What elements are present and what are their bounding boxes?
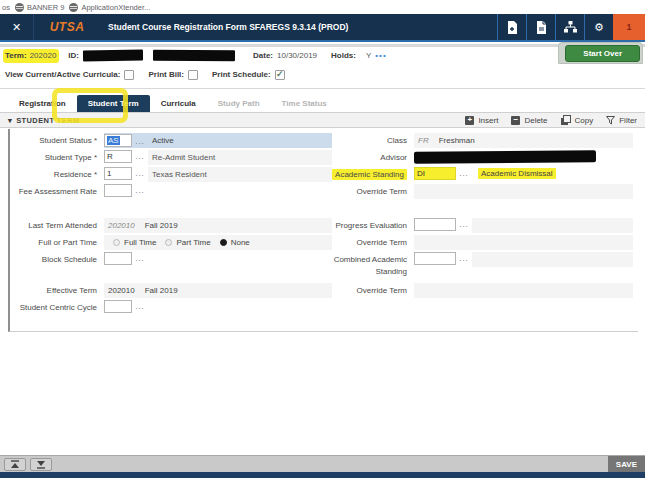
close-icon: ✕ [12, 21, 21, 34]
bookmark-banner9-label: BANNER 9 [27, 3, 65, 12]
copy-button[interactable]: Copy [561, 115, 594, 125]
delete-button[interactable]: − Delete [511, 116, 547, 125]
student-status-desc: Active [148, 136, 174, 145]
save-button[interactable]: SAVE [608, 456, 645, 473]
student-term-form: Student Status * AS ... Active Student T… [8, 129, 638, 332]
student-centric-cycle-input[interactable] [104, 300, 132, 313]
block-schedule-label: Block Schedule [10, 252, 104, 266]
override-term-row-3: Override Term [332, 282, 638, 299]
section-title-wrap[interactable]: ▾ STUDENT TERM [8, 116, 80, 125]
radio-part-time[interactable]: Part Time [165, 238, 210, 247]
date-label: Date: [253, 51, 273, 60]
notification-badge[interactable]: 1 [613, 14, 645, 40]
print-schedule-checkbox[interactable] [275, 70, 285, 80]
partial-bookmark-label[interactable]: os [2, 3, 10, 12]
student-type-lov-button[interactable]: ... [132, 150, 148, 161]
minus-square-icon: − [511, 116, 520, 125]
radio-full-time[interactable]: Full Time [113, 238, 156, 247]
effective-term-label: Effective Term [10, 283, 104, 297]
academic-standing-row: Academic Standing DI ... Academic Dismis… [332, 166, 638, 183]
insert-button[interactable]: + Insert [465, 116, 498, 125]
section-actions: + Insert − Delete Copy Filter [465, 115, 637, 125]
copy-label: Copy [575, 116, 594, 125]
progress-evaluation-lov-button[interactable]: ... [456, 218, 472, 229]
combined-academic-standing-label: Combined Academic Standing [332, 252, 414, 277]
term-highlight: Term: 202020 [3, 49, 59, 63]
radio-full-time-label: Full Time [124, 238, 156, 247]
academic-standing-label-text: Academic Standing [332, 169, 407, 180]
add-document-button[interactable] [497, 14, 526, 40]
holds-more-icon[interactable]: ••• [375, 51, 386, 60]
tab-registration[interactable]: Registration [8, 95, 77, 112]
radio-none[interactable]: None [220, 238, 250, 247]
date-value-field[interactable]: 10/30/2019 [277, 51, 317, 60]
insert-label: Insert [478, 116, 498, 125]
scroll-to-bottom-button[interactable] [30, 458, 52, 471]
divider [0, 88, 645, 89]
term-label: Term: [5, 51, 27, 60]
document-icon [536, 21, 547, 34]
radio-none-label: None [231, 238, 250, 247]
combined-academic-standing-input[interactable] [414, 252, 456, 265]
tab-curricula[interactable]: Curricula [150, 95, 207, 112]
scroll-bottom-icon [36, 460, 46, 469]
filter-button[interactable]: Filter [606, 116, 637, 125]
class-desc: Freshman [439, 136, 475, 145]
close-form-button[interactable]: ✕ [0, 14, 34, 40]
globe-icon [69, 3, 78, 12]
tools-button[interactable]: ⚙ [584, 14, 613, 40]
override-term-display-2 [414, 235, 633, 250]
class-value-band: FR Freshman [414, 133, 633, 148]
effective-term-row: Effective Term 202010 Fall 2019 [10, 282, 332, 299]
delete-label: Delete [524, 116, 547, 125]
print-bill-checkbox[interactable] [188, 70, 198, 80]
redacted-advisor-value [414, 150, 596, 164]
combined-academic-standing-lov-button[interactable]: ... [456, 252, 472, 263]
last-term-attended-label: Last Term Attended [10, 218, 104, 232]
block-schedule-input[interactable] [104, 252, 132, 265]
related-button[interactable] [555, 14, 584, 40]
redacted-name-value [153, 50, 235, 62]
student-centric-cycle-label: Student Centric Cycle [10, 300, 104, 314]
view-curricula-label: View Current/Active Curricula: [5, 70, 120, 79]
fee-assessment-rate-input[interactable] [104, 184, 132, 197]
student-type-label: Student Type * [10, 150, 104, 164]
residence-desc: Texas Resident [148, 167, 332, 182]
fee-assessment-rate-row: Fee Assessment Rate ... [10, 183, 332, 217]
scroll-to-top-button[interactable] [4, 458, 26, 471]
academic-standing-lov-button[interactable]: ... [456, 167, 472, 178]
view-curricula-checkbox[interactable] [124, 70, 134, 80]
redacted-id-value [83, 50, 143, 62]
tab-time-status: Time Status [271, 95, 338, 112]
block-schedule-lov-button[interactable]: ... [132, 252, 148, 263]
progress-evaluation-input[interactable] [414, 218, 456, 231]
student-type-input[interactable]: R [104, 150, 132, 163]
student-status-lov-button[interactable]: ... [132, 135, 148, 146]
document-plus-icon [507, 21, 518, 34]
key-block: Term: 202020 ID: Date: 10/30/2019 Holds:… [0, 47, 645, 64]
residence-input[interactable]: 1 [104, 167, 132, 180]
student-centric-cycle-lov-button[interactable]: ... [132, 300, 148, 311]
full-or-part-time-radiogroup: Full Time Part Time None [104, 235, 332, 250]
radio-icon [165, 239, 172, 246]
scroll-top-icon [10, 460, 20, 469]
start-over-container: Start Over [558, 42, 643, 64]
start-over-button[interactable]: Start Over [565, 45, 640, 62]
last-term-attended-value: 202010 [108, 221, 135, 230]
full-or-part-time-label: Full or Part Time [10, 235, 104, 249]
retrieve-document-button[interactable] [526, 14, 555, 40]
academic-standing-input[interactable]: DI [414, 167, 456, 180]
academic-standing-desc: Academic Dismissal [478, 168, 556, 179]
term-value-field[interactable]: 202020 [30, 51, 57, 60]
progress-evaluation-row: Progress Evaluation ... [332, 217, 638, 234]
tab-student-term[interactable]: Student Term [77, 95, 150, 112]
form-title-bar: ✕ UTSA Student Course Registration Form … [0, 14, 645, 42]
student-status-input[interactable]: AS [104, 134, 132, 147]
fee-assessment-rate-lov-button[interactable]: ... [132, 184, 148, 195]
residence-lov-button[interactable]: ... [132, 167, 148, 178]
notification-count: 1 [626, 22, 631, 32]
bookmark-banner9[interactable]: BANNER 9 [15, 3, 65, 12]
full-or-part-time-row: Full or Part Time Full Time Part Time No… [10, 234, 332, 251]
override-term-display-1 [414, 184, 633, 199]
bookmark-applicationxtender[interactable]: ApplicationXtender... [69, 3, 150, 12]
